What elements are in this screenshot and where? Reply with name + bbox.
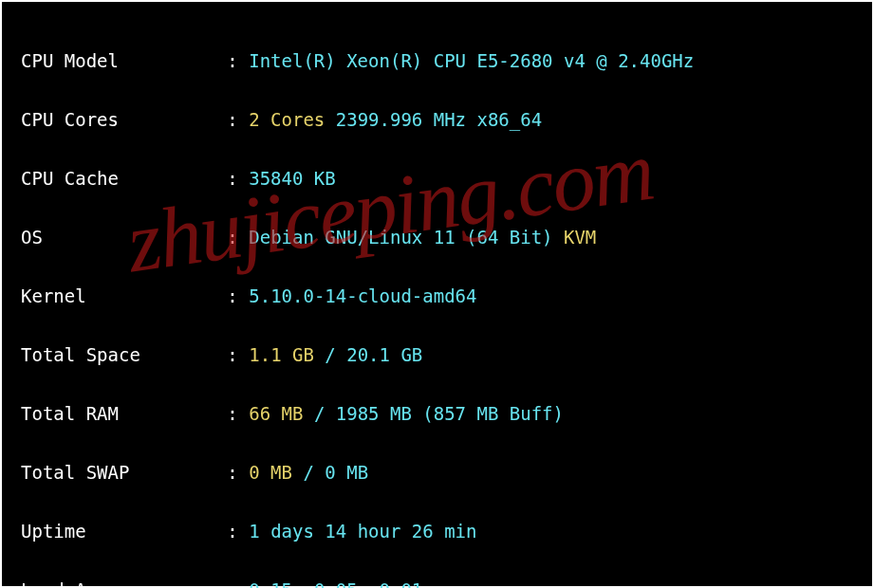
value-ram-buff: (857 MB Buff)	[412, 403, 564, 424]
row-kernel: Kernel : 5.10.0-14-cloud-amd64	[21, 282, 853, 311]
label-load-avg: Load Average	[21, 579, 151, 588]
value-uptime: 1 days 14 hour 26 min	[249, 521, 476, 542]
value-os-name: Debian GNU/Linux 11 (64 Bit)	[249, 227, 564, 248]
label-uptime: Uptime	[21, 521, 86, 542]
value-space-total: 20.1 GB	[346, 344, 422, 365]
value-cpu-cache: 35840 KB	[249, 168, 336, 189]
label-cpu-model: CPU Model	[21, 50, 119, 71]
value-cpu-cores-count: 2 Cores	[249, 109, 325, 130]
row-total-ram: Total RAM : 66 MB / 1985 MB (857 MB Buff…	[21, 399, 853, 429]
value-swap-total: 0 MB	[325, 462, 368, 483]
row-os: OS : Debian GNU/Linux 11 (64 Bit) KVM	[21, 223, 853, 252]
value-space-used: 1.1 GB	[249, 344, 314, 365]
row-cpu-cores: CPU Cores : 2 Cores 2399.996 MHz x86_64	[21, 105, 853, 135]
row-total-swap: Total SWAP : 0 MB / 0 MB	[21, 458, 853, 487]
label-cpu-cache: CPU Cache	[21, 168, 119, 189]
value-os-virt: KVM	[564, 227, 596, 248]
label-os: OS	[21, 227, 43, 248]
value-ram-used: 66 MB	[249, 403, 303, 424]
value-cpu-cores-freq: 2399.996 MHz x86_64	[325, 109, 542, 130]
row-uptime: Uptime : 1 days 14 hour 26 min	[21, 517, 853, 546]
label-total-ram: Total RAM	[21, 403, 119, 424]
value-swap-used: 0 MB	[249, 462, 292, 483]
label-total-swap: Total SWAP	[21, 462, 129, 483]
value-cpu-model: Intel(R) Xeon(R) CPU E5-2680 v4 @ 2.40GH…	[249, 50, 694, 71]
value-ram-total: 1985 MB	[336, 403, 412, 424]
label-kernel: Kernel	[21, 285, 86, 306]
value-load-avg: 0.15, 0.05, 0.01	[249, 579, 422, 588]
label-total-space: Total Space	[21, 344, 140, 365]
value-kernel: 5.10.0-14-cloud-amd64	[249, 285, 476, 306]
row-cpu-cache: CPU Cache : 35840 KB	[21, 164, 853, 193]
row-total-space: Total Space : 1.1 GB / 20.1 GB	[21, 340, 853, 370]
row-load-avg: Load Average : 0.15, 0.05, 0.01	[21, 576, 853, 588]
terminal-output: CPU Model : Intel(R) Xeon(R) CPU E5-2680…	[0, 0, 874, 588]
label-cpu-cores: CPU Cores	[21, 109, 119, 130]
row-cpu-model: CPU Model : Intel(R) Xeon(R) CPU E5-2680…	[21, 46, 853, 76]
